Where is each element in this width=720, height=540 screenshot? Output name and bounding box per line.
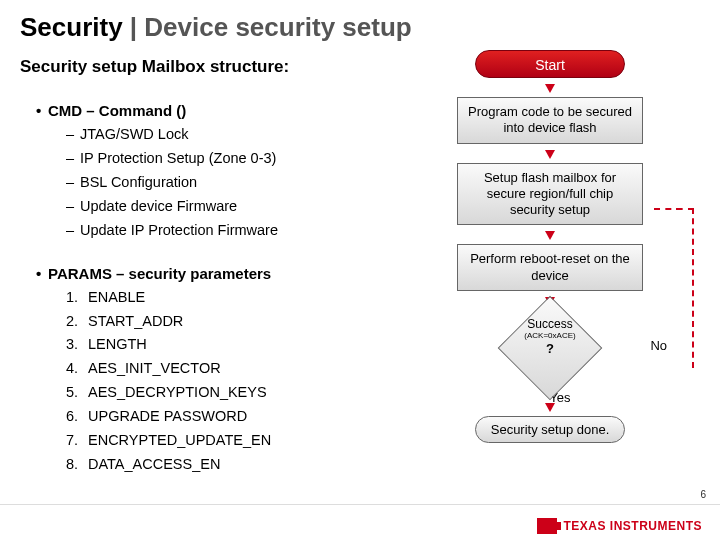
- list-item: –IP Protection Setup (Zone 0-3): [66, 147, 352, 171]
- ti-chip-icon: [537, 518, 557, 534]
- loop-back-line: [676, 208, 694, 368]
- list-item: 1.ENABLE: [66, 286, 352, 310]
- list-item: 7.ENCRYPTED_UPDATE_EN: [66, 429, 352, 453]
- cmd-item-label: Update IP Protection Firmware: [80, 222, 278, 238]
- flow-done: Security setup done.: [475, 416, 625, 443]
- param-item-label: ENCRYPTED_UPDATE_EN: [88, 432, 271, 448]
- cmd-item-label: Update device Firmware: [80, 198, 237, 214]
- loop-back-line-top: [654, 208, 694, 210]
- flow-step-mailbox: Setup flash mailbox for secure region/fu…: [457, 163, 643, 226]
- left-column: •CMD – Command () –JTAG/SWD Lock –IP Pro…: [22, 94, 352, 477]
- list-item: –JTAG/SWD Lock: [66, 123, 352, 147]
- arrow-down-icon: [545, 84, 555, 93]
- cmd-item-label: IP Protection Setup (Zone 0-3): [80, 150, 276, 166]
- cmd-heading: •CMD – Command (): [36, 102, 352, 119]
- params-list: 1.ENABLE 2.START_ADDR 3.LENGTH 4.AES_INI…: [66, 286, 352, 477]
- decision-main: Success: [527, 317, 572, 331]
- footer: TEXAS INSTRUMENTS: [0, 504, 720, 540]
- flow-decision: Success (ACK=0xACE) ? No: [457, 310, 643, 386]
- cmd-head-text: CMD – Command (): [48, 102, 186, 119]
- param-item-label: AES_DECRYPTION_KEYS: [88, 384, 267, 400]
- page-number: 6: [700, 489, 706, 500]
- list-item: –BSL Configuration: [66, 171, 352, 195]
- slide: Security | Device security setup Securit…: [0, 0, 720, 540]
- decision-no-label: No: [650, 338, 667, 353]
- param-item-label: START_ADDR: [88, 313, 183, 329]
- title-rest: Device security setup: [144, 12, 411, 42]
- brand-text: TEXAS INSTRUMENTS: [563, 519, 702, 533]
- param-item-label: LENGTH: [88, 336, 147, 352]
- list-item: 4.AES_INIT_VECTOR: [66, 357, 352, 381]
- param-item-label: UPGRADE PASSWORD: [88, 408, 247, 424]
- decision-q: ?: [546, 341, 554, 356]
- list-item: 3.LENGTH: [66, 333, 352, 357]
- list-item: 8.DATA_ACCESS_EN: [66, 453, 352, 477]
- params-head-text: PARAMS – security parameters: [48, 265, 271, 282]
- param-item-label: ENABLE: [88, 289, 145, 305]
- decision-ack: (ACK=0xACE): [457, 332, 643, 341]
- page-title: Security | Device security setup: [20, 12, 700, 43]
- arrow-down-icon: [545, 231, 555, 240]
- flowchart: Start Program code to be secured into de…: [420, 50, 680, 443]
- flow-start: Start: [475, 50, 625, 78]
- flow-step-program: Program code to be secured into device f…: [457, 97, 643, 144]
- list-item: 6.UPGRADE PASSWORD: [66, 405, 352, 429]
- flow-step-reboot: Perform reboot-reset on the device: [457, 244, 643, 291]
- arrow-down-icon: [545, 150, 555, 159]
- list-item: 5.AES_DECRYPTION_KEYS: [66, 381, 352, 405]
- title-strong: Security: [20, 12, 123, 42]
- brand-logo: TEXAS INSTRUMENTS: [537, 518, 702, 534]
- list-item: 2.START_ADDR: [66, 310, 352, 334]
- cmd-list: –JTAG/SWD Lock –IP Protection Setup (Zon…: [66, 123, 352, 243]
- param-item-label: DATA_ACCESS_EN: [88, 456, 220, 472]
- decision-text: Success (ACK=0xACE) ?: [457, 318, 643, 356]
- cmd-item-label: BSL Configuration: [80, 174, 197, 190]
- param-item-label: AES_INIT_VECTOR: [88, 360, 221, 376]
- params-heading: •PARAMS – security parameters: [36, 265, 352, 282]
- cmd-item-label: JTAG/SWD Lock: [80, 126, 189, 142]
- list-item: –Update IP Protection Firmware: [66, 219, 352, 243]
- list-item: –Update device Firmware: [66, 195, 352, 219]
- title-sep: |: [123, 12, 145, 42]
